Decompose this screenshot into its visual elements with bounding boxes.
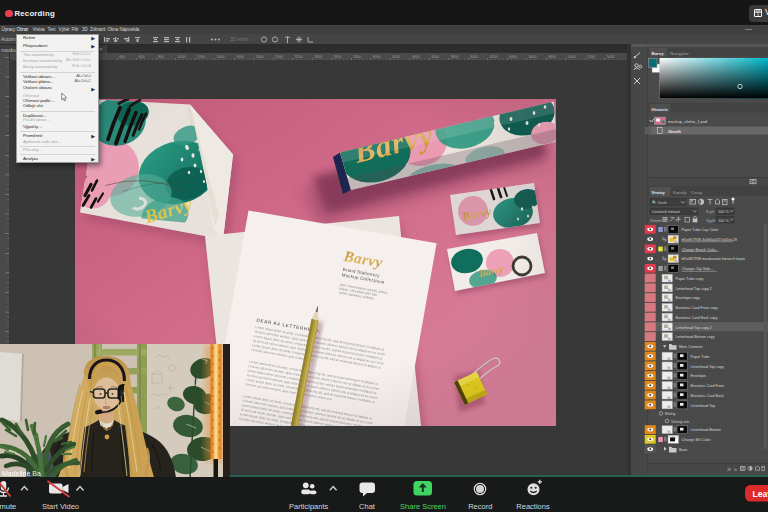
svg-text:fx: fx	[667, 430, 670, 434]
svg-text:3800: 3800	[451, 55, 459, 59]
svg-text:Record: Record	[468, 502, 492, 511]
svg-text:3D režim:: 3D režim:	[230, 37, 250, 42]
svg-text:fx: fx	[668, 327, 671, 331]
svg-text:Business Card Front: Business Card Front	[691, 384, 725, 388]
svg-text:2000: 2000	[275, 55, 283, 59]
svg-text:Envelope: Envelope	[691, 374, 706, 378]
svg-text:1200: 1200	[197, 55, 205, 59]
svg-text:Business Card Back copy: Business Card Back copy	[676, 316, 718, 320]
svg-text:3000: 3000	[373, 55, 381, 59]
svg-text:2800: 2800	[353, 55, 361, 59]
svg-text:bf5e857938 maskovaná hierarch: bf5e857938 maskovaná hierarch kopie	[682, 257, 746, 261]
svg-text:4400: 4400	[509, 55, 517, 59]
svg-text:Paper Tube Cap Color: Paper Tube Cap Color	[682, 228, 719, 232]
svg-text:800: 800	[158, 55, 164, 59]
svg-text:Paper Tube copy: Paper Tube copy	[676, 277, 704, 281]
svg-text:5000: 5000	[568, 55, 576, 59]
svg-text:Barvy: Barvy	[652, 51, 665, 56]
svg-text:5200: 5200	[587, 55, 595, 59]
svg-text:Kanály: Kanály	[673, 190, 687, 195]
svg-text:fx: fx	[667, 405, 670, 409]
svg-text:Change Clip Side...: Change Clip Side...	[682, 267, 714, 271]
svg-text:4000: 4000	[470, 55, 478, 59]
svg-text:fx: fx	[667, 357, 670, 361]
svg-text:fx: fx	[668, 308, 671, 312]
svg-text:Leave: Leave	[753, 489, 768, 499]
svg-text:100 %: 100 %	[718, 210, 729, 214]
svg-text:4200: 4200	[490, 55, 498, 59]
svg-text:Start Video: Start Video	[42, 502, 79, 511]
svg-text:Madeline Ba: Madeline Ba	[2, 470, 41, 477]
svg-text:Historie: Historie	[652, 107, 669, 112]
svg-text:1600: 1600	[236, 55, 244, 59]
svg-text:Vrstvy: Vrstvy	[652, 190, 666, 195]
svg-text:Envelope copy: Envelope copy	[676, 296, 700, 300]
svg-text:1400: 1400	[217, 55, 225, 59]
svg-text:fx: fx	[667, 396, 670, 400]
svg-text:Business Card Front copy: Business Card Front copy	[676, 306, 719, 310]
svg-text:Cesty: Cesty	[691, 190, 703, 195]
svg-text:Letterhead Top copy: Letterhead Top copy	[691, 365, 725, 369]
svg-text:Change BG Color: Change BG Color	[682, 438, 712, 442]
svg-text:Reactions: Reactions	[516, 502, 550, 511]
svg-text:3600: 3600	[431, 55, 439, 59]
svg-text:Letterhead Bottom: Letterhead Bottom	[691, 428, 721, 432]
svg-text:fx: fx	[674, 259, 677, 263]
svg-text:fx: fx	[674, 240, 677, 244]
svg-text:fx: fx	[667, 366, 670, 370]
svg-text:4600: 4600	[529, 55, 537, 59]
svg-text:400: 400	[119, 55, 125, 59]
svg-text:fx: fx	[668, 318, 671, 322]
svg-text:fx: fx	[668, 337, 671, 341]
svg-text:fx: fx	[668, 298, 671, 302]
svg-text:fx: fx	[667, 386, 670, 390]
svg-text:Participants: Participants	[289, 502, 328, 511]
svg-text:Paper Tube: Paper Tube	[691, 355, 710, 359]
svg-text:Share Screen: Share Screen	[400, 502, 446, 511]
svg-text:fx: fx	[667, 376, 670, 380]
svg-text:Change Beach Cake...: Change Beach Cake...	[682, 248, 719, 252]
svg-text:100 %: 100 %	[718, 219, 729, 223]
svg-text:600: 600	[139, 55, 145, 59]
svg-text:3200: 3200	[392, 55, 400, 59]
svg-text:5400: 5400	[607, 55, 615, 59]
svg-text:Otevřít: Otevřít	[668, 129, 682, 134]
svg-text:4800: 4800	[548, 55, 556, 59]
svg-text:1800: 1800	[256, 55, 264, 59]
svg-text:Unmute: Unmute	[0, 502, 16, 511]
svg-text:Letterhead Top copy 2: Letterhead Top copy 2	[676, 326, 712, 330]
svg-text:Letterhead Bottom copy: Letterhead Bottom copy	[676, 335, 715, 339]
svg-text:Base: Base	[679, 448, 687, 452]
svg-text:🔍 Druh: 🔍 Druh	[652, 200, 667, 205]
svg-text:Chat: Chat	[359, 502, 376, 511]
svg-text:Krytí:: Krytí:	[706, 210, 715, 214]
svg-text:mockup_všeho_1.psd: mockup_všeho_1.psd	[668, 119, 707, 124]
svg-text:2400: 2400	[314, 55, 322, 59]
svg-text:Lineárně ztmavit: Lineárně ztmavit	[652, 210, 681, 214]
svg-text:bf5e857938-3a3d5a0237a61ec29: bf5e857938-3a3d5a0237a61ec29	[682, 238, 737, 242]
svg-text:2200: 2200	[295, 55, 303, 59]
svg-text:Business Card Back: Business Card Back	[691, 394, 724, 398]
svg-text:Vržený stín: Vržený stín	[671, 420, 689, 424]
svg-text:3400: 3400	[412, 55, 420, 59]
svg-text:Zámek:: Zámek:	[650, 219, 663, 223]
svg-text:fx: fx	[668, 279, 671, 283]
svg-text:Navigátor: Navigátor	[670, 51, 689, 56]
svg-text:Main Contents: Main Contents	[679, 345, 703, 349]
svg-text:Letterhead Top copy 2: Letterhead Top copy 2	[676, 287, 712, 291]
svg-text:Výplň:: Výplň:	[706, 219, 717, 223]
svg-text:2600: 2600	[334, 55, 342, 59]
svg-text:fx: fx	[668, 288, 671, 292]
svg-text:Letterhead Top: Letterhead Top	[691, 404, 716, 408]
svg-text:Efekty: Efekty	[665, 412, 675, 416]
svg-text:1000: 1000	[178, 55, 186, 59]
